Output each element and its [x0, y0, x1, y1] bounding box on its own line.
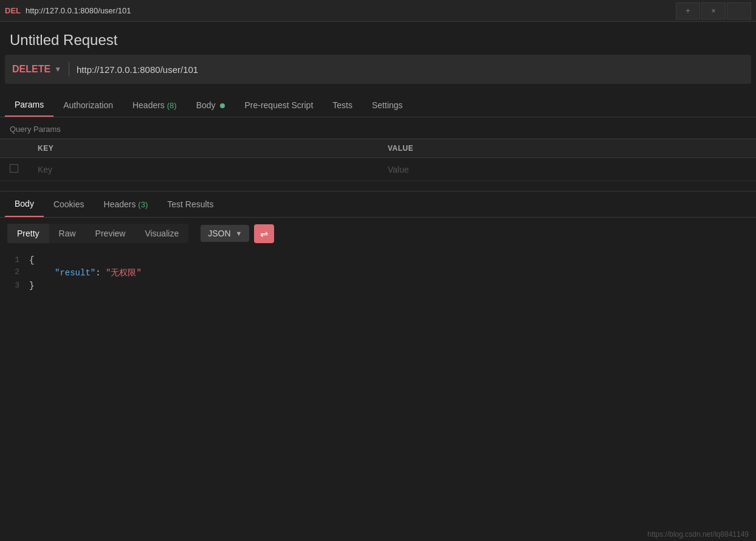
request-tabs: Params Authorization Headers (8) Body Pr…	[0, 94, 756, 117]
query-params-label: Query Params	[0, 117, 756, 139]
method-label: DELETE	[12, 64, 50, 75]
line-num-3: 3	[0, 281, 29, 290]
line-content-3: }	[29, 281, 756, 291]
view-tabs: Pretty Raw Preview Visualize	[7, 224, 188, 243]
view-tab-pretty[interactable]: Pretty	[7, 224, 49, 243]
request-title: Untitled Request	[10, 32, 746, 49]
col-value: VALUE	[378, 139, 756, 158]
format-label: JSON	[208, 229, 230, 238]
line-num-1: 1	[0, 255, 29, 264]
format-dropdown-icon: ▼	[236, 230, 242, 237]
wrap-button[interactable]: ⇌	[254, 224, 274, 243]
top-bar-close-tab[interactable]: ×	[701, 2, 726, 19]
tab-tests[interactable]: Tests	[323, 94, 362, 116]
tab-headers[interactable]: Headers (8)	[123, 94, 187, 116]
footer: https://blog.csdn.net/lq8841149	[640, 528, 756, 541]
json-line-3: 3 }	[0, 280, 756, 292]
body-dot-icon	[220, 103, 225, 108]
top-bar-tabs: + ×	[676, 2, 751, 19]
value-placeholder: Value	[388, 165, 409, 174]
view-tab-preview[interactable]: Preview	[86, 224, 136, 243]
wrap-icon: ⇌	[260, 228, 268, 239]
line-content-2: "result": "无权限"	[29, 267, 756, 278]
json-key-result: "result"	[55, 268, 95, 278]
close-brace: }	[29, 281, 34, 291]
top-bar-url: http://127.0.0.1:8080/user/101	[26, 6, 676, 15]
resp-tab-body[interactable]: Body	[5, 191, 44, 217]
key-cell[interactable]: Key	[28, 158, 378, 181]
row-checkbox[interactable]	[10, 164, 18, 173]
tab-pre-request[interactable]: Pre-request Script	[235, 94, 323, 116]
resp-tab-cookies[interactable]: Cookies	[44, 192, 94, 216]
top-bar-extra-tab[interactable]	[727, 2, 751, 19]
url-bar: DELETE ▼	[5, 55, 751, 84]
table-row: Key Value	[0, 158, 756, 181]
json-colon: :	[95, 268, 106, 278]
response-section: Body Cookies Headers (3) Test Results Pr…	[0, 191, 756, 297]
json-line-2: 2 "result": "无权限"	[0, 266, 756, 280]
method-dropdown-icon: ▼	[54, 65, 61, 74]
tab-authorization[interactable]: Authorization	[53, 94, 123, 116]
headers-badge: (8)	[167, 101, 177, 110]
resp-tab-headers[interactable]: Headers (3)	[94, 192, 158, 216]
resp-tab-test-results[interactable]: Test Results	[157, 192, 223, 216]
format-selector[interactable]: JSON ▼	[201, 225, 249, 242]
json-viewer: 1 { 2 "result": "无权限" 3 }	[0, 249, 756, 297]
params-table: KEY VALUE Key Value	[0, 139, 756, 181]
json-value-result: "无权限"	[106, 268, 142, 278]
col-key: KEY	[28, 139, 378, 158]
request-title-area: Untitled Request	[0, 22, 756, 55]
view-tab-raw[interactable]: Raw	[49, 224, 86, 243]
resp-headers-badge: (3)	[138, 200, 148, 209]
tab-body[interactable]: Body	[187, 94, 235, 116]
top-bar-add-tab[interactable]: +	[676, 2, 700, 19]
tab-settings[interactable]: Settings	[362, 94, 413, 116]
json-line-1: 1 {	[0, 254, 756, 266]
method-selector[interactable]: DELETE ▼	[12, 64, 61, 75]
col-checkbox	[0, 139, 28, 158]
tab-params[interactable]: Params	[5, 94, 53, 117]
view-tab-visualize[interactable]: Visualize	[135, 224, 188, 243]
top-bar-method: DEL	[5, 6, 21, 15]
url-divider	[69, 62, 69, 77]
key-placeholder: Key	[38, 165, 52, 174]
value-cell[interactable]: Value	[378, 158, 756, 181]
footer-url: https://blog.csdn.net/lq8841149	[647, 530, 749, 539]
response-tabs: Body Cookies Headers (3) Test Results	[0, 191, 756, 218]
row-checkbox-cell[interactable]	[0, 158, 28, 181]
line-content-1: {	[29, 255, 756, 265]
line-num-2: 2	[0, 267, 29, 277]
top-bar: DEL http://127.0.0.1:8080/user/101 + ×	[0, 0, 756, 22]
open-brace: {	[29, 255, 34, 265]
response-toolbar: Pretty Raw Preview Visualize JSON ▼ ⇌	[0, 218, 756, 249]
url-input[interactable]	[77, 64, 744, 75]
